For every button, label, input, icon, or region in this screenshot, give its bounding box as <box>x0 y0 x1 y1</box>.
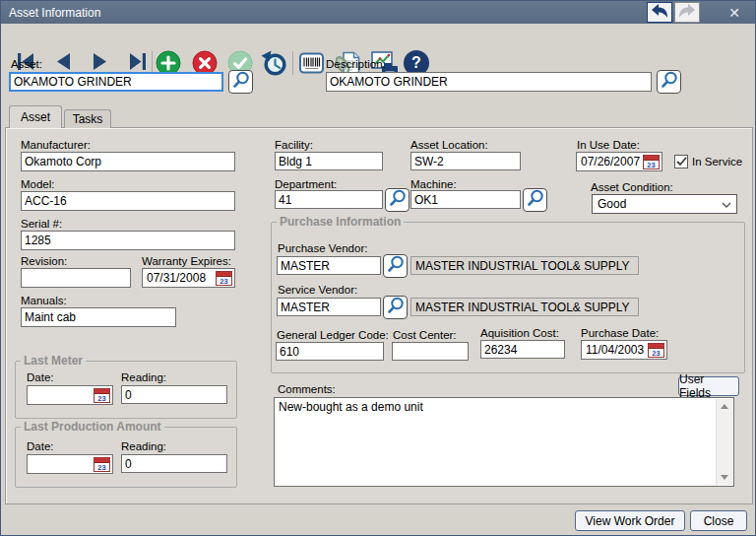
scroll-down-icon[interactable] <box>717 470 732 485</box>
record-undo-button[interactable] <box>647 2 672 23</box>
asset-input[interactable] <box>9 72 223 92</box>
in-use-date-label: In Use Date: <box>577 139 640 151</box>
calendar-icon[interactable]: 23 <box>94 457 110 472</box>
search-icon <box>387 297 405 318</box>
last-production-title: Last Production Amount <box>21 420 164 434</box>
title-bar: Asset Information <box>1 1 755 24</box>
manuals-input[interactable] <box>21 307 176 327</box>
last-meter-reading-label: Reading: <box>121 371 166 383</box>
serial-input[interactable] <box>21 231 235 250</box>
warranty-expires-label: Warranty Expires: <box>142 255 231 267</box>
purchase-date-label: Purchase Date: <box>581 327 659 339</box>
record-redo-button[interactable] <box>674 2 700 23</box>
description-input[interactable] <box>326 72 652 92</box>
asset-condition-select[interactable]: Good <box>592 194 737 214</box>
calendar-icon[interactable]: 23 <box>216 271 232 286</box>
search-icon <box>527 189 544 211</box>
general-ledger-code-label: General Ledger Code: <box>277 329 389 341</box>
chevron-down-icon <box>722 197 731 211</box>
manufacturer-input[interactable] <box>21 152 235 171</box>
machine-lookup-button[interactable] <box>523 188 547 212</box>
asset-information-window: Asset Information ✕ <box>0 0 756 536</box>
service-vendor-input[interactable] <box>277 298 381 316</box>
asset-label: Asset: <box>11 58 42 70</box>
toolbar: ? <box>1 24 755 57</box>
last-meter-title: Last Meter <box>21 354 86 368</box>
asset-condition-label: Asset Condition: <box>591 181 673 193</box>
service-vendor-name: MASTER INDUSTRIAL TOOL& SUPPLY <box>410 298 639 316</box>
in-service-label: In Service <box>692 156 742 168</box>
tab-tasks[interactable]: Tasks <box>64 109 111 128</box>
history-icon[interactable] <box>261 50 287 81</box>
purchase-vendor-label: Purchase Vendor: <box>278 242 367 254</box>
window-title: Asset Information <box>1 6 100 20</box>
acquisition-cost-input[interactable] <box>480 340 565 359</box>
user-fields-button[interactable]: User Fields <box>678 376 739 396</box>
last-meter-reading-input[interactable] <box>121 385 227 404</box>
department-label: Department: <box>275 178 337 190</box>
acquisition-cost-label: Aquisition Cost: <box>480 327 559 339</box>
search-icon <box>387 255 405 277</box>
last-production-date-field[interactable]: 23 <box>27 454 113 474</box>
close-window-button[interactable]: ✕ <box>714 1 755 24</box>
facility-input[interactable] <box>275 152 383 170</box>
cost-center-label: Cost Center: <box>393 329 457 341</box>
search-icon <box>389 189 407 211</box>
last-production-date-label: Date: <box>27 440 54 452</box>
scroll-up-icon[interactable] <box>717 399 732 414</box>
department-lookup-button[interactable] <box>385 188 410 212</box>
close-icon: ✕ <box>728 5 740 21</box>
purchase-vendor-lookup-button[interactable] <box>383 254 408 278</box>
in-use-date-field[interactable]: 07/26/2007 23 <box>576 152 662 171</box>
close-button[interactable]: Close <box>690 510 747 531</box>
purchase-date-field[interactable]: 11/04/2003 23 <box>581 340 667 360</box>
department-input[interactable] <box>275 190 383 209</box>
machine-input[interactable] <box>410 190 521 209</box>
last-production-reading-input[interactable] <box>121 454 227 473</box>
asset-lookup-button[interactable] <box>228 70 253 94</box>
asset-location-label: Asset Location: <box>410 139 488 151</box>
purchase-vendor-name: MASTER INDUSTRIAL TOOL& SUPPLY <box>410 256 639 275</box>
last-production-reading-label: Reading: <box>121 440 166 452</box>
service-vendor-lookup-button[interactable] <box>383 296 408 319</box>
machine-label: Machine: <box>410 178 457 190</box>
service-vendor-label: Service Vendor: <box>278 284 357 296</box>
search-icon <box>232 71 250 93</box>
asset-location-input[interactable] <box>410 152 521 170</box>
tab-asset[interactable]: Asset <box>9 105 62 128</box>
calendar-icon[interactable]: 23 <box>94 388 110 403</box>
undo-arrow-icon <box>651 3 668 23</box>
comments-label: Comments: <box>278 383 336 395</box>
calendar-icon[interactable]: 23 <box>643 155 660 169</box>
serial-label: Serial #: <box>21 218 62 230</box>
search-icon <box>661 71 678 93</box>
toolbar-separator <box>292 51 293 75</box>
model-input[interactable] <box>21 191 235 211</box>
manuals-label: Manuals: <box>21 295 67 306</box>
revision-label: Revision: <box>21 255 67 267</box>
in-service-checkbox[interactable] <box>674 155 688 168</box>
last-meter-date-field[interactable]: 23 <box>27 385 113 405</box>
general-ledger-code-input[interactable] <box>276 342 384 361</box>
redo-arrow-icon <box>678 3 696 23</box>
purchase-vendor-input[interactable] <box>277 256 381 275</box>
warranty-expires-date-field[interactable]: 07/31/2008 23 <box>142 268 235 288</box>
purchase-information-title: Purchase Information <box>277 215 404 229</box>
revision-input[interactable] <box>21 268 131 288</box>
view-work-order-button[interactable]: View Work Order <box>575 510 685 531</box>
description-lookup-button[interactable] <box>657 70 681 94</box>
last-meter-date-label: Date: <box>27 371 54 383</box>
calendar-icon[interactable]: 23 <box>648 343 664 358</box>
description-label: Description: <box>326 58 386 70</box>
comments-scrollbar[interactable] <box>716 399 732 485</box>
manufacturer-label: Manufacturer: <box>21 139 91 151</box>
model-label: Model: <box>21 178 55 190</box>
comments-textarea[interactable]: New-bought as a demo unit <box>274 397 734 487</box>
facility-label: Facility: <box>275 139 313 151</box>
barcode-icon[interactable] <box>299 51 324 79</box>
cost-center-input[interactable] <box>392 342 469 361</box>
